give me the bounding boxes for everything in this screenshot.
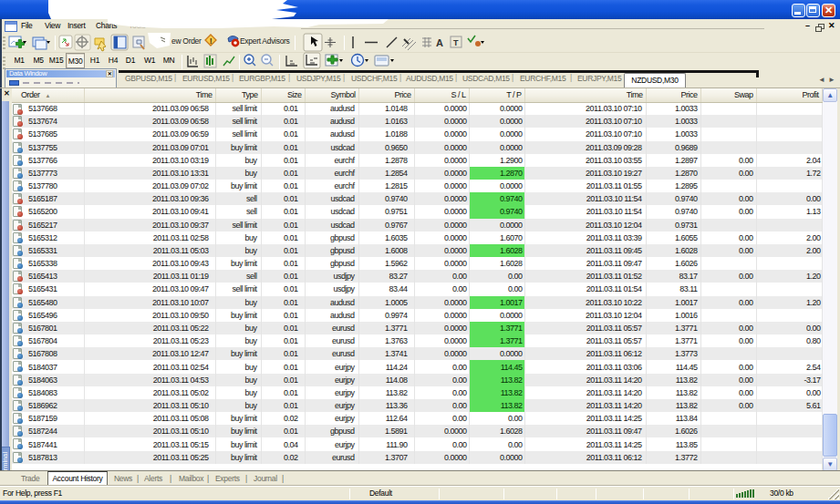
svg-text:T: T	[453, 38, 459, 47]
svg-text:A: A	[436, 37, 443, 48]
svg-text:!: !	[210, 36, 213, 46]
